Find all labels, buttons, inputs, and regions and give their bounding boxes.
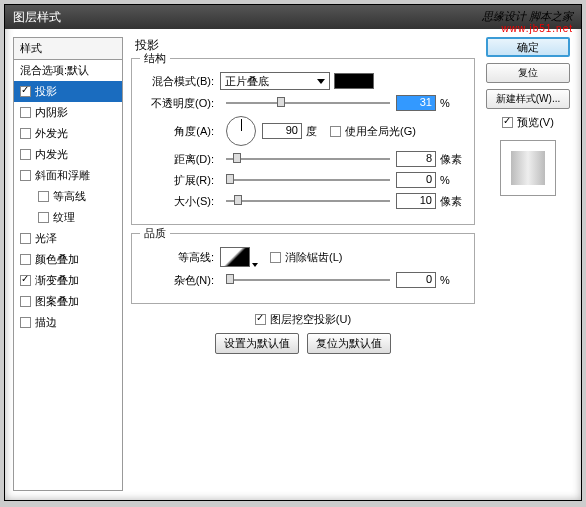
preview-label: 预览(V) xyxy=(517,115,554,130)
sidebar-checkbox-10[interactable] xyxy=(20,275,31,286)
spread-input[interactable]: 0 xyxy=(396,172,436,188)
quality-legend: 品质 xyxy=(140,226,170,241)
sidebar-item-11[interactable]: 图案叠加 xyxy=(14,291,122,312)
shadow-color-swatch[interactable] xyxy=(334,73,374,89)
sidebar-item-label: 渐变叠加 xyxy=(35,273,79,288)
sidebar-item-3[interactable]: 外发光 xyxy=(14,123,122,144)
noise-slider[interactable] xyxy=(226,273,390,287)
sidebar-item-12[interactable]: 描边 xyxy=(14,312,122,333)
knockout-label: 图层挖空投影(U) xyxy=(270,312,351,327)
sidebar-item-label: 外发光 xyxy=(35,126,68,141)
new-style-button[interactable]: 新建样式(W)... xyxy=(486,89,570,109)
antialias-checkbox[interactable] xyxy=(270,252,281,263)
sidebar-item-label: 内发光 xyxy=(35,147,68,162)
opacity-label: 不透明度(O): xyxy=(142,96,220,111)
distance-slider[interactable] xyxy=(226,152,390,166)
spread-label: 扩展(R): xyxy=(142,173,220,188)
sidebar-item-label: 内阴影 xyxy=(35,105,68,120)
sidebar-item-9[interactable]: 颜色叠加 xyxy=(14,249,122,270)
distance-input[interactable]: 8 xyxy=(396,151,436,167)
size-slider[interactable] xyxy=(226,194,390,208)
sidebar-item-7[interactable]: 纹理 xyxy=(14,207,122,228)
chevron-down-icon[interactable] xyxy=(252,263,258,267)
structure-legend: 结构 xyxy=(140,51,170,66)
size-label: 大小(S): xyxy=(142,194,220,209)
sidebar-item-label: 描边 xyxy=(35,315,57,330)
sidebar-checkbox-7[interactable] xyxy=(38,212,49,223)
contour-label: 等高线: xyxy=(142,250,220,265)
sidebar-item-label: 斜面和浮雕 xyxy=(35,168,90,183)
sidebar-checkbox-8[interactable] xyxy=(20,233,31,244)
watermark-url: www.jb51.net xyxy=(502,23,573,34)
contour-picker[interactable] xyxy=(220,247,250,267)
global-light-label: 使用全局光(G) xyxy=(345,124,416,139)
sidebar-item-label: 等高线 xyxy=(53,189,86,204)
sidebar-checkbox-1[interactable] xyxy=(20,86,31,97)
spread-slider[interactable] xyxy=(226,173,390,187)
angle-dial[interactable] xyxy=(226,116,256,146)
knockout-checkbox[interactable] xyxy=(255,314,266,325)
styles-sidebar: 样式 混合选项:默认投影内阴影外发光内发光斜面和浮雕等高线纹理光泽颜色叠加渐变叠… xyxy=(13,37,123,491)
sidebar-item-6[interactable]: 等高线 xyxy=(14,186,122,207)
quality-group: 品质 等高线: 消除锯齿(L) 杂色(N): 0 % xyxy=(131,233,475,304)
effect-title: 投影 xyxy=(131,37,475,54)
sidebar-item-label: 纹理 xyxy=(53,210,75,225)
sidebar-checkbox-9[interactable] xyxy=(20,254,31,265)
set-default-button[interactable]: 设置为默认值 xyxy=(215,333,299,354)
sidebar-item-label: 颜色叠加 xyxy=(35,252,79,267)
preview-checkbox[interactable] xyxy=(502,117,513,128)
sidebar-checkbox-6[interactable] xyxy=(38,191,49,202)
sidebar-item-8[interactable]: 光泽 xyxy=(14,228,122,249)
antialias-label: 消除锯齿(L) xyxy=(285,250,342,265)
ok-button[interactable]: 确定 xyxy=(486,37,570,57)
opacity-slider[interactable] xyxy=(226,96,390,110)
sidebar-item-label: 光泽 xyxy=(35,231,57,246)
sidebar-checkbox-2[interactable] xyxy=(20,107,31,118)
sidebar-item-5[interactable]: 斜面和浮雕 xyxy=(14,165,122,186)
sidebar-header: 样式 xyxy=(14,38,122,60)
noise-input[interactable]: 0 xyxy=(396,272,436,288)
global-light-checkbox[interactable] xyxy=(330,126,341,137)
sidebar-checkbox-11[interactable] xyxy=(20,296,31,307)
angle-label: 角度(A): xyxy=(142,124,220,139)
sidebar-item-4[interactable]: 内发光 xyxy=(14,144,122,165)
sidebar-item-1[interactable]: 投影 xyxy=(14,81,122,102)
blend-mode-select[interactable]: 正片叠底 xyxy=(220,72,330,90)
watermark: 思缘设计 脚本之家 xyxy=(482,7,573,24)
blend-mode-label: 混合模式(B): xyxy=(142,74,220,89)
sidebar-checkbox-4[interactable] xyxy=(20,149,31,160)
sidebar-item-label: 投影 xyxy=(35,84,57,99)
sidebar-item-10[interactable]: 渐变叠加 xyxy=(14,270,122,291)
noise-label: 杂色(N): xyxy=(142,273,220,288)
sidebar-checkbox-3[interactable] xyxy=(20,128,31,139)
sidebar-item-label: 混合选项:默认 xyxy=(20,63,89,78)
opacity-input[interactable]: 31 xyxy=(396,95,436,111)
cancel-button[interactable]: 复位 xyxy=(486,63,570,83)
structure-group: 结构 混合模式(B): 正片叠底 不透明度(O): 31 % 角度 xyxy=(131,58,475,225)
chevron-down-icon xyxy=(317,79,325,84)
sidebar-item-label: 图案叠加 xyxy=(35,294,79,309)
reset-default-button[interactable]: 复位为默认值 xyxy=(307,333,391,354)
distance-label: 距离(D): xyxy=(142,152,220,167)
sidebar-checkbox-5[interactable] xyxy=(20,170,31,181)
sidebar-item-2[interactable]: 内阴影 xyxy=(14,102,122,123)
preview-box xyxy=(500,140,556,196)
sidebar-checkbox-12[interactable] xyxy=(20,317,31,328)
sidebar-item-0[interactable]: 混合选项:默认 xyxy=(14,60,122,81)
size-input[interactable]: 10 xyxy=(396,193,436,209)
preview-swatch xyxy=(511,151,545,185)
angle-input[interactable]: 90 xyxy=(262,123,302,139)
